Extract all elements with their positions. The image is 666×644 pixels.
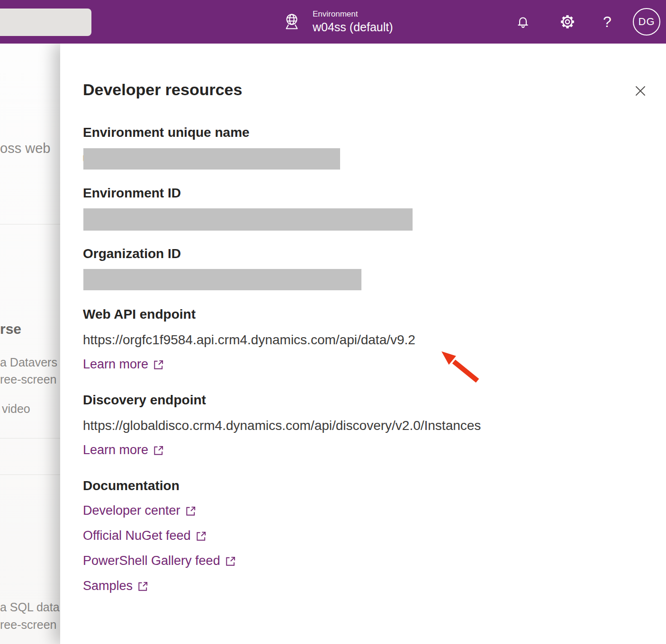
documentation-label: Documentation <box>83 478 180 493</box>
bg-text-sql: a SQL data <box>0 600 60 614</box>
doc-link-label: PowerShell Gallery feed <box>83 554 220 568</box>
external-link-icon <box>137 581 149 592</box>
environment-label: Environment <box>313 9 393 19</box>
environment-unique-name-label: Environment unique name <box>83 125 250 140</box>
external-link-icon <box>225 555 236 567</box>
divider <box>0 474 60 475</box>
environment-unique-name-redaction <box>83 148 340 170</box>
bell-icon <box>515 14 531 30</box>
avatar[interactable]: DG <box>633 8 660 36</box>
developer-center-link[interactable]: Developer center <box>83 503 197 518</box>
bg-heading-dataverse: rse <box>0 321 21 337</box>
external-link-icon <box>153 359 164 371</box>
discovery-endpoint-label: Discovery endpoint <box>83 393 206 408</box>
doc-link-label: Official NuGet feed <box>83 528 191 543</box>
underlying-page: oss web rse a Datavers ree-screen video … <box>0 44 60 644</box>
samples-link[interactable]: Samples <box>83 579 149 593</box>
help-button[interactable]: ? <box>598 13 617 31</box>
panel-title: Developer resources <box>83 80 242 99</box>
bg-text-video: video <box>2 402 30 416</box>
web-api-endpoint-url: https://orgfc1f9584.api.crm4.dynamics.co… <box>83 332 415 348</box>
close-icon <box>634 84 647 98</box>
external-link-icon <box>153 445 164 456</box>
environment-id-label: Environment ID <box>83 186 181 201</box>
environment-id-redaction <box>83 208 413 231</box>
environment-name: w04ss (default) <box>313 20 393 34</box>
app-header: Environment w04ss (default) <box>0 0 666 44</box>
notifications-button[interactable] <box>509 8 537 36</box>
doc-link-label: Samples <box>83 579 133 593</box>
official-nuget-feed-link[interactable]: Official NuGet feed <box>83 528 207 543</box>
search-box-redacted[interactable] <box>0 9 91 36</box>
developer-resources-panel: Developer resources Environment unique n… <box>60 44 666 644</box>
external-link-icon <box>195 530 207 542</box>
environment-picker[interactable]: Environment w04ss (default) <box>283 0 393 44</box>
divider <box>0 438 60 438</box>
environment-globe-icon <box>283 13 300 32</box>
doc-link-label: Developer center <box>83 503 180 518</box>
divider <box>0 224 60 224</box>
discovery-learn-more-link[interactable]: Learn more <box>83 443 164 457</box>
external-link-icon <box>185 505 197 517</box>
discovery-endpoint-url: https://globaldisco.crm4.dynamics.com/ap… <box>83 418 481 433</box>
web-api-endpoint-label: Web API endpoint <box>83 307 196 322</box>
bg-text-free-screen: ree-screen <box>0 373 57 386</box>
web-api-learn-more-link[interactable]: Learn more <box>83 357 164 372</box>
organization-id-redaction <box>83 269 361 290</box>
bg-text-across-web: oss web <box>0 141 50 156</box>
close-button[interactable] <box>632 83 648 99</box>
learn-more-label: Learn more <box>83 357 148 372</box>
gear-icon <box>559 14 576 30</box>
powershell-gallery-feed-link[interactable]: PowerShell Gallery feed <box>83 554 236 568</box>
bg-text-dataverse: a Datavers <box>0 356 57 369</box>
bg-text-free-screen-2: ree-screen <box>0 618 57 632</box>
settings-button[interactable] <box>553 8 582 36</box>
organization-id-label: Organization ID <box>83 246 181 261</box>
learn-more-label: Learn more <box>83 443 148 457</box>
